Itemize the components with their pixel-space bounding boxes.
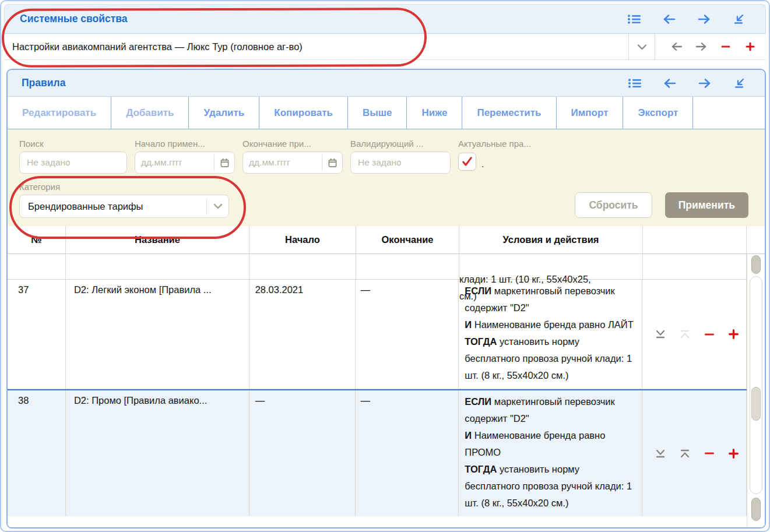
rules-header: Правила (8, 70, 765, 97)
column-header-end[interactable]: Окончание (356, 226, 459, 253)
plus-icon[interactable] (722, 329, 746, 340)
date-from-input[interactable] (135, 152, 214, 173)
scrollbar-thumb-bottom[interactable] (751, 498, 761, 521)
column-header-name[interactable]: Название (66, 226, 249, 253)
minus-icon[interactable] (697, 448, 722, 459)
date-to-input[interactable] (243, 152, 322, 173)
rules-header-icons (627, 76, 751, 91)
rules-title: Правила (22, 77, 65, 89)
move-bottom-icon[interactable] (648, 449, 673, 459)
airline-settings-selector-row: Настройки авиакомпаний агентства — Люкс … (4, 34, 766, 60)
airline-settings-selector-value[interactable]: Настройки авиакомпаний агентства — Люкс … (4, 34, 628, 59)
calendar-icon[interactable] (215, 152, 234, 173)
move-up-button[interactable]: Выше (348, 97, 407, 129)
date-from-filter: Начало примен... (135, 136, 235, 174)
table-header-row: № Название Начало Окончание Условия и де… (8, 226, 765, 254)
table-row-partial[interactable]: клади: 1 шт. (10 кг., 55x40x25, см.) (8, 254, 747, 280)
search-filter: Поиск (19, 136, 127, 174)
row-conditions: ЕСЛИ маркетинговый перевозчик содержит "… (459, 390, 642, 516)
copy-button[interactable]: Копировать (259, 97, 348, 129)
arrow-left-icon[interactable] (662, 76, 677, 91)
rules-panel: Правила Редактировать Добавить Удалить К… (6, 69, 766, 529)
row-actions (642, 280, 747, 389)
row-name: D2: Легкий эконом [Правила ... (66, 280, 249, 389)
row-end-date: — (356, 390, 459, 516)
table-row[interactable]: 38 D2: Промо [Правила авиако... — — ЕСЛИ… (8, 389, 747, 516)
arrow-right-icon[interactable] (697, 76, 712, 91)
row-actions (642, 390, 747, 516)
row-end-date: — (356, 280, 459, 389)
category-value: Брендированные тарифы (20, 195, 206, 217)
selector-nav-icons (655, 34, 766, 59)
rules-filters: Поиск Начало примен... (8, 129, 765, 226)
actual-rules-checkbox[interactable] (458, 153, 476, 171)
row-number: 37 (8, 280, 66, 389)
minus-icon[interactable] (697, 329, 722, 340)
column-header-conditions[interactable]: Условия и действия (459, 226, 643, 253)
minus-icon[interactable] (713, 34, 738, 59)
reset-button[interactable]: Сбросить (575, 192, 652, 218)
validating-filter: Валидирующий ... (350, 136, 451, 174)
row-conditions: ЕСЛИ маркетинговый перевозчик содержит "… (459, 280, 642, 389)
table-body: клади: 1 шт. (10 кг., 55x40x25, см.) 37 … (8, 254, 765, 527)
category-label: Категория (19, 179, 229, 195)
system-properties-header: Системные свойства (4, 4, 766, 34)
move-button[interactable]: Переместить (462, 97, 556, 129)
table-body-rows: клади: 1 шт. (10 кг., 55x40x25, см.) 37 … (8, 254, 747, 527)
system-header-icons (627, 12, 750, 27)
arrow-left-icon[interactable] (664, 34, 689, 59)
validating-input[interactable] (350, 152, 451, 174)
plus-icon[interactable] (722, 448, 746, 459)
system-properties-title: Системные свойства (20, 13, 128, 25)
list-icon[interactable] (627, 12, 642, 27)
search-label: Поиск (19, 136, 127, 152)
category-select[interactable]: Брендированные тарифы (19, 195, 229, 218)
dock-bottom-left-icon[interactable] (732, 12, 747, 27)
arrow-left-icon[interactable] (662, 12, 677, 27)
add-button[interactable]: Добавить (111, 97, 189, 129)
column-header-actions (643, 226, 747, 253)
rules-toolbar: Редактировать Добавить Удалить Копироват… (8, 97, 765, 129)
search-input[interactable] (19, 152, 127, 174)
chevron-down-icon[interactable] (628, 34, 655, 59)
arrow-right-icon[interactable] (697, 12, 712, 27)
move-bottom-icon[interactable] (648, 329, 673, 339)
scrollbar-thumb[interactable] (751, 387, 761, 421)
checkbox-suffix: . (481, 159, 484, 171)
scrollbar-track[interactable] (750, 276, 762, 494)
row-start-date: 28.03.2021 (249, 280, 356, 389)
move-down-button[interactable]: Ниже (407, 97, 462, 129)
app-window: Системные свойства Настройки авиакомпани… (0, 0, 770, 532)
date-from-label: Начало примен... (135, 136, 235, 152)
import-button[interactable]: Импорт (557, 97, 624, 129)
arrow-right-icon[interactable] (689, 34, 713, 59)
actual-rules-label: Актуальные пра... (458, 136, 531, 152)
toolbar-filler (693, 97, 765, 129)
chevron-down-icon (206, 198, 228, 214)
date-to-label: Окончание при... (242, 136, 343, 152)
table-row[interactable]: 37 D2: Легкий эконом [Правила ... 28.03.… (8, 280, 747, 389)
scrollbar-thumb-top[interactable] (751, 255, 761, 274)
check-icon (461, 156, 473, 167)
calendar-icon[interactable] (322, 152, 342, 173)
plus-icon[interactable] (738, 34, 762, 59)
date-to-filter: Окончание при... (242, 136, 343, 174)
list-icon[interactable] (627, 76, 642, 91)
move-top-icon[interactable] (673, 329, 697, 339)
validating-label: Валидирующий ... (350, 136, 451, 152)
row-name: D2: Промо [Правила авиако... (66, 390, 249, 516)
move-top-icon[interactable] (673, 449, 697, 459)
column-header-number[interactable]: № (8, 226, 66, 253)
dock-bottom-left-icon[interactable] (732, 76, 747, 91)
vertical-scrollbar[interactable] (747, 254, 765, 527)
actual-rules-filter: Актуальные пра... . (458, 136, 531, 174)
apply-button[interactable]: Применить (665, 192, 748, 218)
edit-button[interactable]: Редактировать (8, 97, 111, 129)
category-filter: Категория Брендированные тарифы (19, 179, 229, 218)
delete-button[interactable]: Удалить (189, 97, 259, 129)
column-header-scroll (747, 226, 765, 253)
row-start-date: — (249, 390, 356, 516)
column-header-start[interactable]: Начало (249, 226, 356, 253)
export-button[interactable]: Экспорт (623, 97, 693, 129)
rules-table: № Название Начало Окончание Условия и де… (8, 226, 765, 527)
